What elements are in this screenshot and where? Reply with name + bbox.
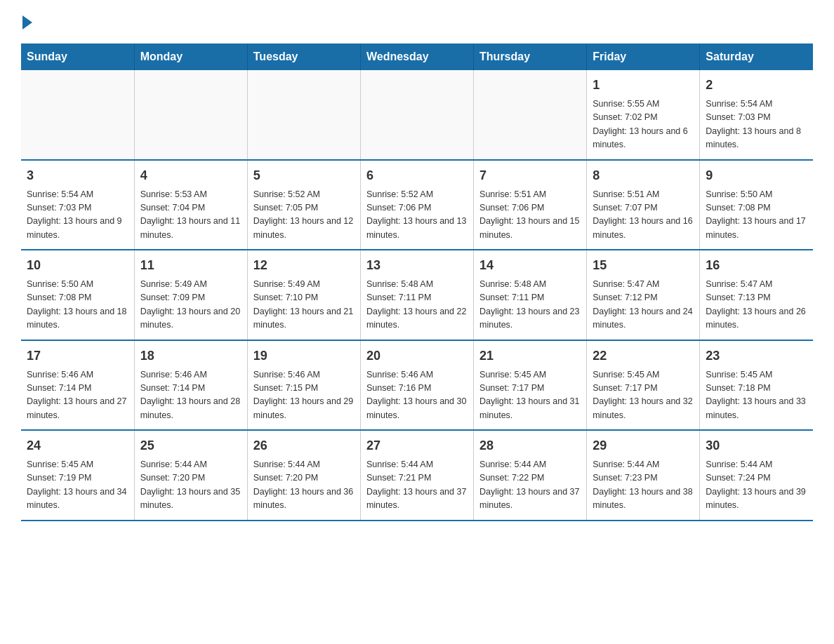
day-number: 14 bbox=[479, 256, 581, 275]
day-info: Sunrise: 5:46 AMSunset: 7:14 PMDaylight:… bbox=[140, 368, 241, 423]
page-header bbox=[21, 14, 813, 29]
calendar-week-row: 24Sunrise: 5:45 AMSunset: 7:19 PMDayligh… bbox=[21, 430, 813, 521]
day-number: 1 bbox=[593, 76, 694, 95]
day-info: Sunrise: 5:44 AMSunset: 7:20 PMDaylight:… bbox=[140, 458, 241, 513]
day-info: Sunrise: 5:48 AMSunset: 7:11 PMDaylight:… bbox=[366, 278, 468, 333]
calendar-cell: 17Sunrise: 5:46 AMSunset: 7:14 PMDayligh… bbox=[21, 340, 134, 431]
day-number: 3 bbox=[27, 166, 128, 185]
day-number: 25 bbox=[140, 436, 241, 455]
day-number: 4 bbox=[140, 166, 241, 185]
day-number: 30 bbox=[706, 436, 807, 455]
day-number: 11 bbox=[140, 256, 241, 275]
day-number: 26 bbox=[253, 436, 355, 455]
calendar-cell: 11Sunrise: 5:49 AMSunset: 7:09 PMDayligh… bbox=[134, 250, 247, 340]
day-number: 10 bbox=[27, 256, 128, 275]
calendar-cell: 10Sunrise: 5:50 AMSunset: 7:08 PMDayligh… bbox=[21, 250, 134, 340]
calendar-cell bbox=[134, 70, 247, 160]
column-header-thursday: Thursday bbox=[474, 43, 587, 70]
calendar-cell: 18Sunrise: 5:46 AMSunset: 7:14 PMDayligh… bbox=[134, 340, 247, 431]
calendar-cell: 24Sunrise: 5:45 AMSunset: 7:19 PMDayligh… bbox=[21, 430, 134, 521]
day-number: 13 bbox=[366, 256, 468, 275]
day-info: Sunrise: 5:50 AMSunset: 7:08 PMDaylight:… bbox=[27, 278, 128, 333]
day-number: 29 bbox=[593, 436, 694, 455]
day-number: 19 bbox=[253, 347, 355, 365]
calendar-cell: 9Sunrise: 5:50 AMSunset: 7:08 PMDaylight… bbox=[700, 160, 813, 250]
calendar-cell: 14Sunrise: 5:48 AMSunset: 7:11 PMDayligh… bbox=[474, 250, 587, 340]
calendar-week-row: 3Sunrise: 5:54 AMSunset: 7:03 PMDaylight… bbox=[21, 160, 813, 250]
day-info: Sunrise: 5:47 AMSunset: 7:13 PMDaylight:… bbox=[706, 278, 807, 333]
day-number: 5 bbox=[253, 166, 355, 185]
column-header-tuesday: Tuesday bbox=[247, 43, 360, 70]
day-info: Sunrise: 5:46 AMSunset: 7:16 PMDaylight:… bbox=[366, 368, 468, 423]
day-number: 16 bbox=[706, 256, 807, 275]
day-number: 17 bbox=[27, 347, 128, 365]
calendar-cell: 13Sunrise: 5:48 AMSunset: 7:11 PMDayligh… bbox=[360, 250, 473, 340]
calendar-cell: 21Sunrise: 5:45 AMSunset: 7:17 PMDayligh… bbox=[474, 340, 587, 431]
day-number: 20 bbox=[366, 347, 468, 365]
calendar-week-row: 10Sunrise: 5:50 AMSunset: 7:08 PMDayligh… bbox=[21, 250, 813, 340]
day-number: 7 bbox=[479, 166, 581, 185]
day-info: Sunrise: 5:54 AMSunset: 7:03 PMDaylight:… bbox=[27, 188, 128, 243]
calendar-cell: 29Sunrise: 5:44 AMSunset: 7:23 PMDayligh… bbox=[587, 430, 700, 521]
calendar-cell bbox=[21, 70, 134, 160]
day-info: Sunrise: 5:46 AMSunset: 7:14 PMDaylight:… bbox=[27, 368, 128, 423]
day-number: 12 bbox=[253, 256, 355, 275]
day-info: Sunrise: 5:45 AMSunset: 7:18 PMDaylight:… bbox=[706, 368, 807, 423]
calendar-cell: 30Sunrise: 5:44 AMSunset: 7:24 PMDayligh… bbox=[700, 430, 813, 521]
calendar-cell: 12Sunrise: 5:49 AMSunset: 7:10 PMDayligh… bbox=[247, 250, 360, 340]
day-info: Sunrise: 5:44 AMSunset: 7:24 PMDaylight:… bbox=[706, 458, 807, 513]
column-header-friday: Friday bbox=[587, 43, 700, 70]
day-number: 24 bbox=[27, 436, 128, 455]
day-info: Sunrise: 5:49 AMSunset: 7:09 PMDaylight:… bbox=[140, 278, 241, 333]
day-number: 15 bbox=[593, 256, 694, 275]
calendar-cell: 19Sunrise: 5:46 AMSunset: 7:15 PMDayligh… bbox=[247, 340, 360, 431]
calendar-cell: 28Sunrise: 5:44 AMSunset: 7:22 PMDayligh… bbox=[474, 430, 587, 521]
logo-container bbox=[21, 14, 32, 29]
calendar-table: SundayMondayTuesdayWednesdayThursdayFrid… bbox=[21, 43, 813, 521]
column-header-monday: Monday bbox=[134, 43, 247, 70]
day-number: 28 bbox=[479, 436, 581, 455]
column-header-wednesday: Wednesday bbox=[360, 43, 473, 70]
calendar-cell: 6Sunrise: 5:52 AMSunset: 7:06 PMDaylight… bbox=[360, 160, 473, 250]
calendar-header-row: SundayMondayTuesdayWednesdayThursdayFrid… bbox=[21, 43, 813, 70]
column-header-saturday: Saturday bbox=[700, 43, 813, 70]
calendar-cell: 1Sunrise: 5:55 AMSunset: 7:02 PMDaylight… bbox=[587, 70, 700, 160]
calendar-cell: 25Sunrise: 5:44 AMSunset: 7:20 PMDayligh… bbox=[134, 430, 247, 521]
calendar-cell: 27Sunrise: 5:44 AMSunset: 7:21 PMDayligh… bbox=[360, 430, 473, 521]
calendar-cell: 20Sunrise: 5:46 AMSunset: 7:16 PMDayligh… bbox=[360, 340, 473, 431]
day-info: Sunrise: 5:44 AMSunset: 7:23 PMDaylight:… bbox=[593, 458, 694, 513]
day-info: Sunrise: 5:51 AMSunset: 7:07 PMDaylight:… bbox=[593, 188, 694, 243]
day-info: Sunrise: 5:44 AMSunset: 7:22 PMDaylight:… bbox=[479, 458, 581, 513]
calendar-cell: 23Sunrise: 5:45 AMSunset: 7:18 PMDayligh… bbox=[700, 340, 813, 431]
calendar-cell: 4Sunrise: 5:53 AMSunset: 7:04 PMDaylight… bbox=[134, 160, 247, 250]
day-info: Sunrise: 5:53 AMSunset: 7:04 PMDaylight:… bbox=[140, 188, 241, 243]
calendar-week-row: 1Sunrise: 5:55 AMSunset: 7:02 PMDaylight… bbox=[21, 70, 813, 160]
day-info: Sunrise: 5:44 AMSunset: 7:20 PMDaylight:… bbox=[253, 458, 355, 513]
day-info: Sunrise: 5:46 AMSunset: 7:15 PMDaylight:… bbox=[253, 368, 355, 423]
day-info: Sunrise: 5:47 AMSunset: 7:12 PMDaylight:… bbox=[593, 278, 694, 333]
day-info: Sunrise: 5:55 AMSunset: 7:02 PMDaylight:… bbox=[593, 98, 694, 152]
day-number: 8 bbox=[593, 166, 694, 185]
day-info: Sunrise: 5:52 AMSunset: 7:06 PMDaylight:… bbox=[366, 188, 468, 243]
calendar-cell: 22Sunrise: 5:45 AMSunset: 7:17 PMDayligh… bbox=[587, 340, 700, 431]
calendar-cell: 5Sunrise: 5:52 AMSunset: 7:05 PMDaylight… bbox=[247, 160, 360, 250]
calendar-cell: 2Sunrise: 5:54 AMSunset: 7:03 PMDaylight… bbox=[700, 70, 813, 160]
calendar-cell: 15Sunrise: 5:47 AMSunset: 7:12 PMDayligh… bbox=[587, 250, 700, 340]
day-info: Sunrise: 5:44 AMSunset: 7:21 PMDaylight:… bbox=[366, 458, 468, 513]
logo-row bbox=[21, 14, 32, 29]
calendar-cell bbox=[247, 70, 360, 160]
logo bbox=[21, 14, 32, 29]
day-info: Sunrise: 5:45 AMSunset: 7:17 PMDaylight:… bbox=[479, 368, 581, 423]
day-number: 22 bbox=[593, 347, 694, 365]
day-info: Sunrise: 5:52 AMSunset: 7:05 PMDaylight:… bbox=[253, 188, 355, 243]
day-info: Sunrise: 5:49 AMSunset: 7:10 PMDaylight:… bbox=[253, 278, 355, 333]
day-number: 18 bbox=[140, 347, 241, 365]
calendar-cell: 16Sunrise: 5:47 AMSunset: 7:13 PMDayligh… bbox=[700, 250, 813, 340]
logo-arrow-icon bbox=[22, 15, 32, 29]
day-info: Sunrise: 5:50 AMSunset: 7:08 PMDaylight:… bbox=[706, 188, 807, 243]
day-info: Sunrise: 5:54 AMSunset: 7:03 PMDaylight:… bbox=[706, 98, 807, 152]
day-number: 2 bbox=[706, 76, 807, 95]
day-info: Sunrise: 5:51 AMSunset: 7:06 PMDaylight:… bbox=[479, 188, 581, 243]
day-number: 9 bbox=[706, 166, 807, 185]
day-number: 23 bbox=[706, 347, 807, 365]
